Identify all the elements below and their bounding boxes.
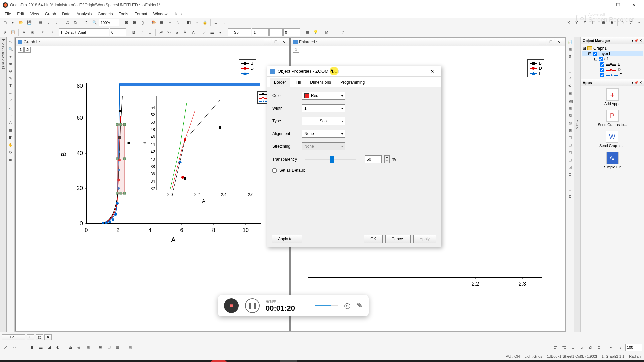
menu-tools[interactable]: Tools (116, 11, 131, 17)
snap-icon[interactable]: ⊹ (331, 28, 338, 36)
extract-icon[interactable]: ↗ (567, 75, 573, 82)
enlarged-titlebar[interactable]: Enlarged * — ☐ ✕ (291, 38, 565, 46)
recorder-volume-slider[interactable] (315, 305, 338, 306)
new-project-icon[interactable]: ▢ (1, 19, 9, 26)
copy-format-icon[interactable]: ⎘ (1, 28, 9, 36)
data-reader-icon[interactable]: ⊕ (7, 60, 14, 67)
text-icon[interactable]: T (7, 82, 14, 89)
mini-restore[interactable]: ☐ (27, 334, 34, 340)
close-button[interactable]: ✕ (626, 0, 641, 10)
merge-icon[interactable]: ⊟ (567, 68, 573, 74)
box-plot-icon[interactable]: ⊟ (105, 344, 113, 351)
template-plot-icon[interactable]: ▤ (126, 344, 134, 351)
menu-graph[interactable]: Graph (42, 11, 59, 17)
apps-pin-icon[interactable]: ▾ 📌 ✕ (632, 81, 642, 84)
underline-icon[interactable]: U (146, 28, 154, 36)
file-explorer-icon[interactable]: 📁 (19, 360, 35, 362)
left-tabs[interactable]: Project Explorer (1) Quick Help Messages… (0, 37, 7, 332)
plot-d-checkbox[interactable] (600, 68, 604, 72)
enlarged-max[interactable]: ☐ (547, 39, 554, 45)
word-icon[interactable]: W (263, 360, 279, 362)
sup-icon[interactable]: x² (157, 28, 165, 36)
g1-checkbox[interactable] (599, 57, 603, 61)
fill-color-icon[interactable]: ▣ (29, 28, 36, 36)
graph-tool-icon[interactable]: 📊 (567, 38, 573, 45)
color-combo[interactable]: Red (302, 92, 345, 100)
plot-b-checkbox[interactable] (600, 62, 604, 67)
zoomrect-icon[interactable]: 🔍 (7, 46, 14, 52)
line-color-icon[interactable]: ／ (201, 28, 208, 36)
rect-icon[interactable]: ▭ (7, 105, 14, 111)
more-plot-icon[interactable]: ⋯ (135, 344, 143, 351)
layer-tab-1[interactable]: 1 (18, 47, 24, 53)
rescale-icon[interactable]: ⟲ (567, 82, 573, 89)
rotate-icon[interactable]: ↻ (7, 149, 14, 156)
circle-icon[interactable]: ○ (7, 112, 14, 119)
recorder-stop-button[interactable]: ■ (224, 298, 239, 313)
torch-icon[interactable]: 🔥 (158, 360, 174, 362)
graph1-close[interactable]: ✕ (280, 39, 287, 45)
transparency-spinner[interactable]: ▲▼ (384, 155, 390, 163)
app-green-icon[interactable]: ● (176, 360, 192, 362)
sub-icon[interactable]: x₂ (165, 28, 173, 36)
refresh-icon[interactable]: ↻ (83, 19, 90, 26)
contour-icon[interactable]: ◎ (75, 344, 83, 351)
dash-combo[interactable]: — (269, 28, 283, 36)
dist-h-icon[interactable]: ↔ (608, 344, 615, 351)
x-icon[interactable]: X (565, 19, 572, 26)
graph1-titlebar[interactable]: Graph1 * — ☐ ✕ (16, 38, 289, 46)
tool-b-icon[interactable]: ⊟ (131, 19, 138, 26)
import-icon[interactable]: ⇩ (45, 19, 52, 26)
image-plot-icon[interactable]: ▦ (84, 344, 92, 351)
apply-button[interactable]: Apply (413, 235, 436, 243)
ide-icon[interactable]: ▣ (106, 360, 122, 362)
graph1-min[interactable]: — (264, 39, 271, 45)
pointer-icon[interactable]: ↖ (7, 38, 14, 45)
tab-dimensions[interactable]: Dimensions (306, 78, 335, 87)
layer-tool-icon[interactable]: ▦ (567, 46, 573, 52)
layers-icon[interactable]: ▦ (158, 19, 165, 26)
send-graphs-ppt-item[interactable]: PSend Graphs to... (598, 110, 627, 127)
wechat-icon[interactable]: 💬 (141, 360, 157, 362)
menu-window[interactable]: Window (151, 11, 170, 17)
paste-format-icon[interactable]: 📋 (9, 28, 17, 36)
t1-icon[interactable]: ▤ (567, 90, 573, 97)
graph1-legend[interactable]: B D F (239, 59, 256, 77)
layer-tab-2[interactable]: 2 (24, 47, 31, 53)
menu-view[interactable]: View (28, 11, 42, 17)
enlarged-min[interactable]: — (539, 39, 546, 45)
app-icon-1[interactable]: ∞ (71, 360, 87, 362)
minimized-book[interactable]: Bo... ☐ ▢ ✕ (2, 334, 52, 340)
light-icon[interactable]: 💡 (312, 28, 319, 36)
fitting-tab[interactable]: Fitting All (574, 37, 580, 332)
alignment-combo[interactable]: None (302, 130, 345, 138)
insert-icon[interactable]: ⊞ (7, 156, 14, 163)
color-icon[interactable]: 🎨 (150, 19, 157, 26)
menu-edit[interactable]: Edit (14, 11, 27, 17)
linenum-combo[interactable]: 0 (283, 28, 300, 36)
align-c-icon[interactable]: ⫎ (560, 344, 568, 351)
menu-format[interactable]: Format (132, 11, 150, 17)
code-icon[interactable]: {} (139, 19, 146, 26)
zoom-in-icon[interactable]: 🔍 (91, 19, 98, 26)
tool-a-icon[interactable]: ⊞ (123, 19, 130, 26)
screen-recorder-widget[interactable]: ■ ❚❚ 录制中... 00:01:20 ..... ◎ ✎ (218, 295, 369, 316)
zoom-pan-icon[interactable]: ✋ (7, 141, 14, 148)
antialiasing-icon[interactable]: M (323, 28, 330, 36)
object-manager-tree[interactable]: ⊟Graph1 ⊟Layer1 ⊟g1 ▬■▬B ▬●▬D ▬▲▬F (581, 44, 644, 79)
apps-header[interactable]: Apps ▾ 📌 ✕ (581, 79, 644, 86)
draw-data-icon[interactable]: ✎ (7, 75, 14, 82)
transparency-slider[interactable] (305, 159, 356, 160)
align-l-icon[interactable]: ⫍ (552, 344, 559, 351)
apply-to-button[interactable]: Apply to... (272, 235, 302, 243)
3d-plot-icon[interactable]: ⛰ (67, 344, 74, 351)
tile-icon[interactable]: ⊞ (567, 60, 573, 67)
recorder-edit-icon[interactable]: ✎ (357, 301, 363, 310)
simple-fit-item[interactable]: ∿Simple Fit (604, 152, 621, 169)
hist-icon[interactable]: ▥ (114, 344, 121, 351)
mini-max[interactable]: ▢ (36, 334, 43, 340)
smallA-icon[interactable]: A (190, 28, 197, 36)
menu-help[interactable]: Help (171, 11, 184, 17)
linescatter-icon[interactable]: ⋰ (19, 344, 27, 351)
font-color-icon[interactable]: A (20, 28, 28, 36)
